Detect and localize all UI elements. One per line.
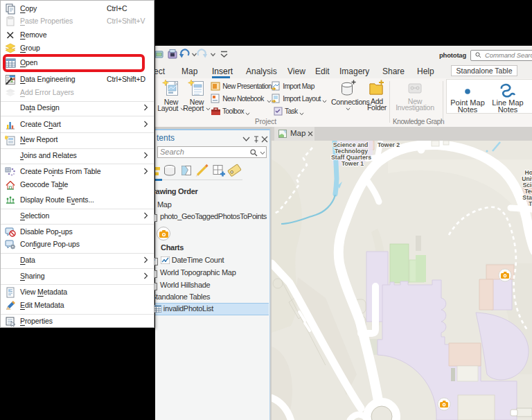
svg-text:To: To [529,200,532,207]
svg-text:Tower 2: Tower 2 [378,141,400,148]
svg-text:Tower 1: Tower 1 [342,160,364,167]
